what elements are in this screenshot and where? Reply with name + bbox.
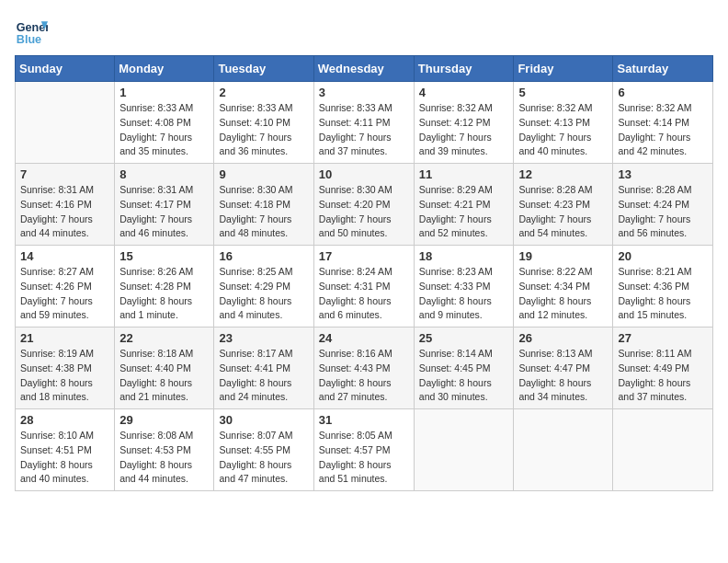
column-header-saturday: Saturday: [613, 56, 713, 82]
day-info: Sunrise: 8:33 AMSunset: 4:10 PMDaylight:…: [219, 101, 308, 159]
calendar-cell: 26Sunrise: 8:13 AMSunset: 4:47 PMDayligh…: [514, 327, 613, 409]
calendar-cell: 21Sunrise: 8:19 AMSunset: 4:38 PMDayligh…: [16, 327, 115, 409]
calendar-cell: 31Sunrise: 8:05 AMSunset: 4:57 PMDayligh…: [313, 409, 414, 491]
day-number: 3: [319, 86, 409, 99]
day-number: 28: [20, 413, 109, 427]
calendar-cell: [514, 409, 613, 491]
day-info: Sunrise: 8:26 AMSunset: 4:28 PMDaylight:…: [119, 265, 209, 323]
day-info: Sunrise: 8:08 AMSunset: 4:53 PMDaylight:…: [119, 429, 209, 487]
column-header-friday: Friday: [514, 56, 613, 82]
day-number: 4: [419, 86, 509, 99]
calendar-week-row: 28Sunrise: 8:10 AMSunset: 4:51 PMDayligh…: [16, 409, 713, 491]
calendar-cell: 15Sunrise: 8:26 AMSunset: 4:28 PMDayligh…: [115, 246, 214, 327]
day-number: 9: [219, 167, 308, 181]
calendar-cell: 23Sunrise: 8:17 AMSunset: 4:41 PMDayligh…: [214, 327, 313, 409]
day-number: 16: [219, 249, 308, 263]
calendar-week-row: 21Sunrise: 8:19 AMSunset: 4:38 PMDayligh…: [16, 327, 713, 409]
day-number: 1: [119, 86, 209, 99]
calendar-cell: 8Sunrise: 8:31 AMSunset: 4:17 PMDaylight…: [115, 164, 214, 246]
day-info: Sunrise: 8:30 AMSunset: 4:20 PMDaylight:…: [319, 183, 409, 241]
calendar-cell: 4Sunrise: 8:32 AMSunset: 4:12 PMDaylight…: [414, 82, 514, 164]
calendar-cell: 3Sunrise: 8:33 AMSunset: 4:11 PMDaylight…: [313, 82, 414, 164]
calendar-cell: 14Sunrise: 8:27 AMSunset: 4:26 PMDayligh…: [16, 246, 115, 327]
calendar-cell: 11Sunrise: 8:29 AMSunset: 4:21 PMDayligh…: [414, 164, 514, 246]
day-info: Sunrise: 8:14 AMSunset: 4:45 PMDaylight:…: [419, 347, 509, 405]
logo: General Blue: [15, 15, 51, 48]
calendar-cell: 16Sunrise: 8:25 AMSunset: 4:29 PMDayligh…: [214, 246, 313, 327]
day-info: Sunrise: 8:19 AMSunset: 4:38 PMDaylight:…: [20, 347, 109, 405]
day-info: Sunrise: 8:31 AMSunset: 4:17 PMDaylight:…: [119, 183, 209, 241]
column-header-monday: Monday: [115, 56, 214, 82]
calendar-cell: 7Sunrise: 8:31 AMSunset: 4:16 PMDaylight…: [16, 164, 115, 246]
calendar-week-row: 1Sunrise: 8:33 AMSunset: 4:08 PMDaylight…: [16, 82, 713, 164]
day-number: 30: [219, 413, 308, 427]
calendar-cell: 6Sunrise: 8:32 AMSunset: 4:14 PMDaylight…: [613, 82, 713, 164]
calendar-cell: [16, 82, 115, 164]
day-info: Sunrise: 8:29 AMSunset: 4:21 PMDaylight:…: [419, 183, 509, 241]
calendar-cell: 30Sunrise: 8:07 AMSunset: 4:55 PMDayligh…: [214, 409, 313, 491]
day-info: Sunrise: 8:30 AMSunset: 4:18 PMDaylight:…: [219, 183, 308, 241]
calendar-cell: 12Sunrise: 8:28 AMSunset: 4:23 PMDayligh…: [514, 164, 613, 246]
day-info: Sunrise: 8:24 AMSunset: 4:31 PMDaylight:…: [319, 265, 409, 323]
calendar-cell: 24Sunrise: 8:16 AMSunset: 4:43 PMDayligh…: [313, 327, 414, 409]
column-header-sunday: Sunday: [16, 56, 115, 82]
day-info: Sunrise: 8:22 AMSunset: 4:34 PMDaylight:…: [518, 265, 608, 323]
calendar-cell: 29Sunrise: 8:08 AMSunset: 4:53 PMDayligh…: [115, 409, 214, 491]
calendar-cell: [414, 409, 514, 491]
svg-text:Blue: Blue: [17, 33, 41, 46]
day-info: Sunrise: 8:33 AMSunset: 4:11 PMDaylight:…: [319, 101, 409, 159]
day-number: 31: [319, 413, 409, 427]
page-header: General Blue: [15, 15, 713, 48]
day-number: 11: [419, 167, 509, 181]
day-info: Sunrise: 8:21 AMSunset: 4:36 PMDaylight:…: [618, 265, 708, 323]
day-info: Sunrise: 8:33 AMSunset: 4:08 PMDaylight:…: [119, 101, 209, 159]
day-number: 7: [20, 167, 109, 181]
day-number: 2: [219, 86, 308, 99]
day-number: 29: [119, 413, 209, 427]
day-number: 21: [20, 331, 109, 345]
day-number: 13: [618, 167, 708, 181]
day-info: Sunrise: 8:13 AMSunset: 4:47 PMDaylight:…: [518, 347, 608, 405]
day-info: Sunrise: 8:05 AMSunset: 4:57 PMDaylight:…: [319, 429, 409, 487]
day-info: Sunrise: 8:25 AMSunset: 4:29 PMDaylight:…: [219, 265, 308, 323]
day-number: 12: [518, 167, 608, 181]
day-info: Sunrise: 8:18 AMSunset: 4:40 PMDaylight:…: [119, 347, 209, 405]
column-header-thursday: Thursday: [414, 56, 514, 82]
day-info: Sunrise: 8:10 AMSunset: 4:51 PMDaylight:…: [20, 429, 109, 487]
day-info: Sunrise: 8:23 AMSunset: 4:33 PMDaylight:…: [419, 265, 509, 323]
calendar-cell: 18Sunrise: 8:23 AMSunset: 4:33 PMDayligh…: [414, 246, 514, 327]
day-number: 24: [319, 331, 409, 345]
day-number: 20: [618, 249, 708, 263]
day-info: Sunrise: 8:32 AMSunset: 4:12 PMDaylight:…: [419, 101, 509, 159]
day-number: 6: [618, 86, 708, 99]
calendar-cell: 10Sunrise: 8:30 AMSunset: 4:20 PMDayligh…: [313, 164, 414, 246]
day-number: 22: [119, 331, 209, 345]
calendar-week-row: 7Sunrise: 8:31 AMSunset: 4:16 PMDaylight…: [16, 164, 713, 246]
calendar-cell: 13Sunrise: 8:28 AMSunset: 4:24 PMDayligh…: [613, 164, 713, 246]
day-info: Sunrise: 8:07 AMSunset: 4:55 PMDaylight:…: [219, 429, 308, 487]
calendar-cell: 9Sunrise: 8:30 AMSunset: 4:18 PMDaylight…: [214, 164, 313, 246]
day-info: Sunrise: 8:17 AMSunset: 4:41 PMDaylight:…: [219, 347, 308, 405]
day-number: 8: [119, 167, 209, 181]
day-info: Sunrise: 8:28 AMSunset: 4:23 PMDaylight:…: [518, 183, 608, 241]
calendar-cell: 5Sunrise: 8:32 AMSunset: 4:13 PMDaylight…: [514, 82, 613, 164]
day-number: 14: [20, 249, 109, 263]
day-number: 26: [518, 331, 608, 345]
calendar-cell: 25Sunrise: 8:14 AMSunset: 4:45 PMDayligh…: [414, 327, 514, 409]
calendar-week-row: 14Sunrise: 8:27 AMSunset: 4:26 PMDayligh…: [16, 246, 713, 327]
calendar-cell: [613, 409, 713, 491]
day-number: 17: [319, 249, 409, 263]
day-info: Sunrise: 8:16 AMSunset: 4:43 PMDaylight:…: [319, 347, 409, 405]
day-info: Sunrise: 8:11 AMSunset: 4:49 PMDaylight:…: [618, 347, 708, 405]
calendar-header-row: SundayMondayTuesdayWednesdayThursdayFrid…: [16, 56, 713, 82]
day-number: 5: [518, 86, 608, 99]
day-number: 27: [618, 331, 708, 345]
day-number: 19: [518, 249, 608, 263]
day-number: 25: [419, 331, 509, 345]
calendar-cell: 2Sunrise: 8:33 AMSunset: 4:10 PMDaylight…: [214, 82, 313, 164]
day-number: 10: [319, 167, 409, 181]
calendar-cell: 22Sunrise: 8:18 AMSunset: 4:40 PMDayligh…: [115, 327, 214, 409]
column-header-wednesday: Wednesday: [313, 56, 414, 82]
day-info: Sunrise: 8:28 AMSunset: 4:24 PMDaylight:…: [618, 183, 708, 241]
calendar-cell: 19Sunrise: 8:22 AMSunset: 4:34 PMDayligh…: [514, 246, 613, 327]
